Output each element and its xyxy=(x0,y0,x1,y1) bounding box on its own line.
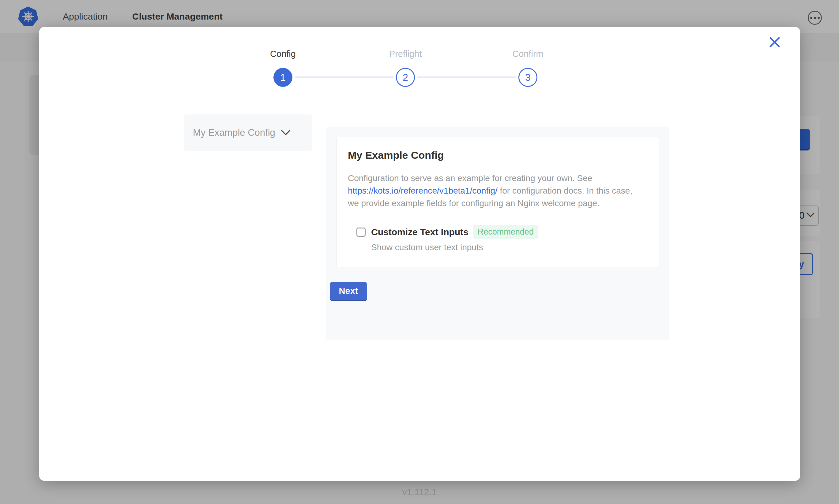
close-icon[interactable] xyxy=(769,36,781,48)
step-circle-2: 2 xyxy=(396,68,415,87)
customize-text-inputs-checkbox[interactable] xyxy=(356,228,365,237)
step-label-config: Config xyxy=(246,49,320,59)
config-group-description: Configuration to serve as an example for… xyxy=(348,172,632,210)
next-button[interactable]: Next xyxy=(330,282,367,301)
step-label-confirm: Confirm xyxy=(491,49,565,59)
customize-text-inputs-label[interactable]: Customize Text Inputs xyxy=(371,227,468,237)
step-connector xyxy=(295,76,393,78)
config-group-selector-label: My Example Config xyxy=(193,127,275,138)
config-group-card: My Example Config Configuration to serve… xyxy=(336,137,659,267)
step-connector xyxy=(417,76,516,78)
config-docs-link[interactable]: https://kots.io/reference/v1beta1/config… xyxy=(348,186,498,195)
customize-text-inputs-help: Show custom user text inputs xyxy=(371,242,483,252)
config-wizard-modal: Config Preflight Confirm 1 2 3 My Exampl… xyxy=(39,27,800,481)
config-group-title: My Example Config xyxy=(348,149,444,161)
customize-text-inputs-row: Customize Text Inputs Recommended xyxy=(356,225,538,239)
config-group-selector[interactable]: My Example Config xyxy=(184,114,312,151)
recommended-badge: Recommended xyxy=(474,225,538,239)
step-circle-3: 3 xyxy=(518,68,537,87)
chevron-down-icon xyxy=(281,129,291,136)
config-panel: My Example Config Configuration to serve… xyxy=(326,127,669,340)
step-circle-1: 1 xyxy=(273,68,292,87)
page: Application Cluster Management 0 y v1.11… xyxy=(0,0,839,504)
step-label-preflight: Preflight xyxy=(369,49,442,59)
